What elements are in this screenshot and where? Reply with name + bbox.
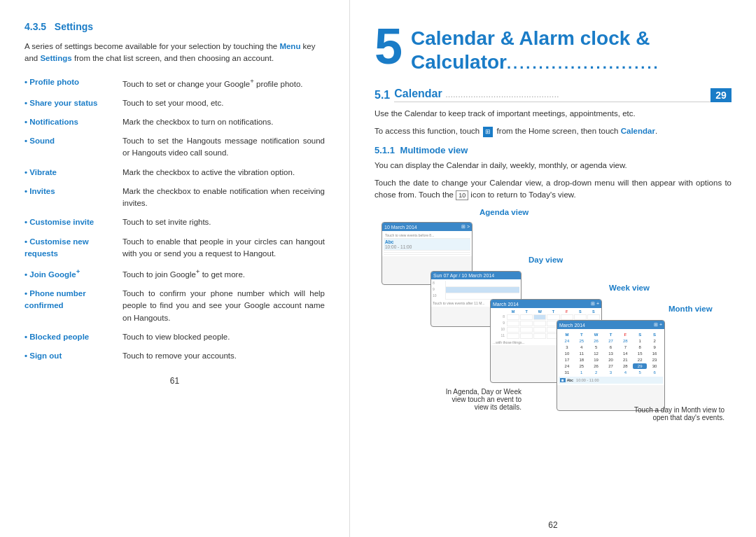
setting-label-vibrate: Vibrate	[24, 167, 122, 179]
setting-desc-sound: Touch to set the Hangouts message notifi…	[122, 135, 325, 160]
subsection-511-title: Multimode view	[400, 145, 468, 155]
day-view-label: Day view	[528, 256, 563, 264]
setting-desc-profile-photo: Touch to set or change your Google+ prof…	[122, 76, 325, 90]
setting-label-join-google: Join Google+	[24, 267, 122, 281]
setting-label-sign-out: Sign out	[24, 350, 122, 362]
setting-sign-out: Sign out Touch to remove your accounts.	[24, 350, 325, 362]
setting-desc-share-status: Touch to set your mood, etc.	[122, 97, 325, 109]
setting-invites: Invites Mark the checkbox to enable noti…	[24, 186, 325, 210]
right-page: 5 Calendar & Alarm clock &Calculator....…	[350, 0, 756, 537]
setting-desc-join-google: Touch to join Google+ to get more.	[122, 267, 325, 281]
chapter-header: 5 Calendar & Alarm clock &Calculator....…	[374, 21, 732, 74]
caption-agenda-day-week: In Agenda, Day or Weekview touch an even…	[382, 388, 522, 411]
chapter-title-text: Calendar & Alarm clock &Calculator......…	[411, 21, 660, 74]
setting-notifications: Notifications Mark the checkbox to turn …	[24, 116, 325, 128]
agenda-view-label: Agenda view	[479, 208, 528, 216]
left-page-number: 61	[24, 376, 325, 386]
setting-desc-customise-new: Touch to enable that people in your circ…	[122, 236, 325, 260]
subsection-511-header: 5.1.1 Multimode view	[374, 145, 732, 155]
body-text-2: To access this function, touch ⊞ from th…	[374, 125, 732, 137]
setting-desc-notifications: Mark the checkbox to turn on notificatio…	[122, 116, 325, 128]
setting-desc-sign-out: Touch to remove your accounts.	[122, 350, 325, 362]
setting-profile-photo: Profile photo Touch to set or change you…	[24, 76, 325, 90]
setting-vibrate: Vibrate Mark the checkbox to active the …	[24, 167, 325, 179]
setting-label-invites: Invites	[24, 186, 122, 197]
setting-customise-invite: Customise invite Touch to set invite rig…	[24, 216, 325, 228]
subsection-511-num: 5.1.1	[374, 145, 395, 155]
setting-desc-phone-number: Touch to confirm your phone number which…	[122, 288, 325, 324]
section-51-page: 29	[710, 88, 732, 102]
section-51-label: Calendar ...............................…	[394, 88, 710, 102]
section-label-text: Settings	[55, 21, 93, 32]
month-view-label: Month view	[668, 305, 713, 313]
setting-phone-number: Phone numberconfirmed Touch to confirm y…	[24, 288, 325, 324]
setting-share-status: Share your status Touch to set your mood…	[24, 97, 325, 109]
setting-desc-blocked-people: Touch to view blocked people.	[122, 331, 325, 343]
setting-customise-new: Customise newrequests Touch to enable th…	[24, 236, 325, 260]
setting-label-profile-photo: Profile photo	[24, 76, 122, 88]
calendar-views-area: Agenda view 10 March 2014 ⊞ > Touch to v…	[374, 208, 732, 425]
intro-paragraph: A series of settings become available fo…	[24, 41, 325, 65]
setting-blocked-people: Blocked people Touch to view blocked peo…	[24, 331, 325, 343]
setting-label-notifications: Notifications	[24, 116, 122, 128]
month-phone-mock: March 2014 ⊞ + M T W T F S S 24 25 26 27…	[556, 320, 665, 411]
settings-list: Profile photo Touch to set or change you…	[24, 76, 325, 363]
setting-desc-invites: Mark the checkbox to enable notification…	[122, 186, 325, 210]
grid-icon: ⊞	[483, 127, 493, 138]
today-icon: 10	[456, 190, 468, 200]
setting-label-customise-new: Customise newrequests	[24, 236, 122, 260]
section-number: 4.3.5	[24, 21, 46, 32]
left-page: 4.3.5 Settings A series of settings beco…	[0, 0, 350, 537]
section-51-header: 5.1 Calendar ...........................…	[374, 88, 732, 102]
section-51-num: 5.1	[374, 89, 390, 102]
setting-desc-vibrate: Mark the checkbox to active the vibratio…	[122, 167, 325, 179]
body-text-3: You can display the Calendar in daily, w…	[374, 160, 732, 172]
setting-label-blocked-people: Blocked people	[24, 331, 122, 343]
setting-sound: Sound Touch to set the Hangouts message …	[24, 135, 325, 160]
setting-label-phone-number: Phone numberconfirmed	[24, 288, 122, 312]
setting-desc-customise-invite: Touch to set invite rights.	[122, 216, 325, 228]
right-page-number: 62	[350, 520, 756, 530]
setting-join-google: Join Google+ Touch to join Google+ to ge…	[24, 267, 325, 281]
setting-label-sound: Sound	[24, 135, 122, 147]
chapter-number: 5	[374, 21, 402, 71]
body-text-1: Use the Calendar to keep track of import…	[374, 108, 732, 120]
setting-label-share-status: Share your status	[24, 97, 122, 109]
week-view-label: Week view	[609, 284, 650, 292]
section-title: 4.3.5 Settings	[24, 21, 325, 32]
caption-month: Touch a day in Month view toopen that da…	[598, 406, 724, 421]
setting-label-customise-invite: Customise invite	[24, 216, 122, 228]
body-text-4: Touch the date to change your Calendar v…	[374, 177, 732, 202]
